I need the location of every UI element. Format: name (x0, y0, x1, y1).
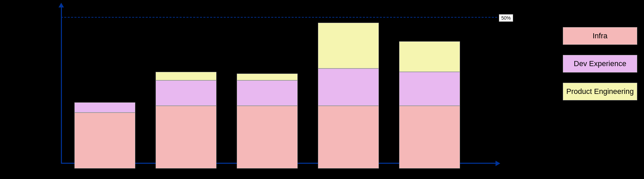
y-axis-arrow-icon (59, 3, 64, 7)
chart-area: 50% (61, 7, 501, 170)
legend-item-devexp: Dev Experience (563, 55, 637, 73)
bar-1-infra (74, 113, 135, 168)
bar-5-devexp (399, 72, 460, 106)
bars-group (74, 23, 460, 168)
bar-5-product (399, 41, 460, 72)
chart-container: 50% (0, 0, 644, 179)
bar-3-devexp (237, 80, 298, 106)
bar-4-devexp (318, 68, 379, 106)
bar-4-infra (318, 106, 379, 168)
bar-4 (318, 23, 379, 168)
reference-label: 50% (499, 14, 513, 22)
legend-box-devexp: Dev Experience (563, 55, 637, 73)
bar-2-devexp (156, 80, 216, 106)
bar-2-infra (156, 106, 216, 168)
chart-legend: Infra Dev Experience Product Engineering (563, 27, 637, 100)
bar-1 (74, 102, 135, 168)
legend-label-infra: Infra (593, 32, 607, 40)
legend-label-devexp: Dev Experience (574, 59, 626, 68)
legend-label-product: Product Engineering (566, 87, 634, 96)
legend-item-infra: Infra (563, 27, 637, 45)
legend-item-product: Product Engineering (563, 83, 637, 100)
x-axis-arrow-icon (496, 161, 500, 166)
bar-3-product (237, 74, 298, 80)
legend-box-infra: Infra (563, 27, 637, 45)
bar-1-devexp (74, 102, 135, 113)
legend-box-product: Product Engineering (563, 83, 637, 100)
bar-3 (237, 74, 298, 168)
bar-2 (156, 72, 216, 168)
y-axis (61, 7, 62, 163)
bar-5 (399, 41, 460, 168)
bar-5-infra (399, 106, 460, 168)
bar-3-infra (237, 106, 298, 168)
bar-2-product (156, 72, 216, 80)
bar-4-product (318, 23, 379, 68)
reference-line (61, 17, 497, 18)
